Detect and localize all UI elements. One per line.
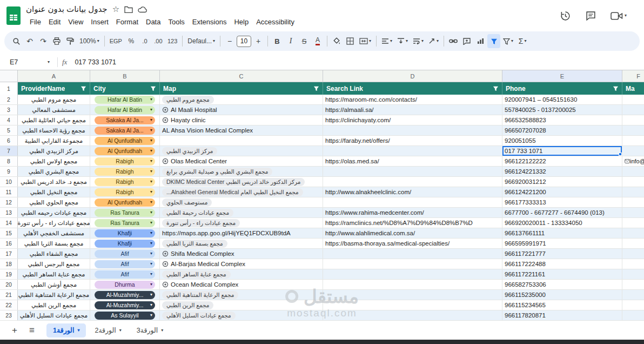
- decrease-font-size-button[interactable]: −: [223, 34, 236, 48]
- city-dropdown-chip[interactable]: Rabigh▾: [95, 178, 155, 186]
- column-header-E[interactable]: E: [502, 70, 622, 82]
- cell-search-link[interactable]: https://faraby.net/offers/: [323, 136, 502, 145]
- cell-mail[interactable]: [622, 218, 644, 228]
- cell-phone[interactable]: 966137661111: [502, 228, 622, 238]
- star-icon[interactable]: ☆: [112, 4, 119, 14]
- row-header-15[interactable]: 15: [0, 228, 18, 238]
- paint-format-button[interactable]: [64, 34, 77, 48]
- cell-search-link[interactable]: [323, 146, 502, 156]
- cell-mail[interactable]: [622, 280, 644, 289]
- cell-mail[interactable]: [622, 136, 644, 145]
- menu-view[interactable]: View: [64, 17, 87, 27]
- search-icon[interactable]: [10, 34, 23, 48]
- cell-mail[interactable]: [622, 167, 644, 176]
- cell-mail[interactable]: [622, 187, 644, 197]
- cell-map[interactable]: مجمع بسمة الثريا الطبي: [160, 239, 323, 248]
- cell-phone[interactable]: 966920020011 - 133334050: [502, 218, 622, 228]
- city-dropdown-chip[interactable]: Khafji▾: [95, 240, 155, 248]
- city-dropdown-chip[interactable]: Rabigh▾: [95, 188, 155, 196]
- cell-map[interactable]: AL Ahsa Vision Medical Complex: [160, 125, 323, 135]
- cell-mail[interactable]: [622, 146, 644, 156]
- sheet-tab-2[interactable]: الورقة2▾: [88, 323, 128, 338]
- cell-search-link[interactable]: http://www.alnakheelclinic.com/: [323, 187, 502, 197]
- cell-map[interactable]: مجمع الرعاية المتناهية الطبي: [160, 290, 323, 300]
- cell-map[interactable]: https://maps.app.goo.gl/HijYEQ1FDCXUB9td…: [160, 228, 323, 238]
- cell-phone[interactable]: 966117820871: [502, 310, 622, 320]
- currency-format-button[interactable]: EGP: [108, 34, 124, 48]
- cell-city[interactable]: Sakaka Al Ja...▾: [90, 125, 160, 135]
- city-dropdown-chip[interactable]: Al-Muzahmiy...▾: [95, 301, 155, 309]
- cell-city[interactable]: Al Qunfudhah▾: [90, 197, 160, 207]
- cell-provider-name[interactable]: مجمع البشري الطبي: [18, 167, 90, 176]
- sheets-logo-icon[interactable]: [6, 6, 21, 25]
- font-select[interactable]: Defaul...▾: [185, 34, 217, 48]
- cell-search-link[interactable]: [323, 167, 502, 176]
- text-wrap-button[interactable]: ▾: [411, 34, 426, 48]
- map-smart-chip[interactable]: مركز الدكتور خالد ادريس الطبي DKIMC Medi…: [162, 178, 305, 186]
- map-smart-chip[interactable]: مجمع عيادات راء - رأس تنورة: [162, 219, 240, 227]
- cell-city[interactable]: Dhurma▾: [90, 280, 160, 289]
- cell-city[interactable]: Al-Muzahmiy...▾: [90, 300, 160, 310]
- cell-map[interactable]: مجمع عناية الساهر الطبي: [160, 269, 323, 279]
- city-dropdown-chip[interactable]: Ras Tanura▾: [95, 219, 155, 227]
- borders-button[interactable]: [344, 34, 357, 48]
- cell-phone[interactable]: 557840025 - 0137200025: [502, 105, 622, 115]
- cell-phone[interactable]: 966124221200: [502, 187, 622, 197]
- map-smart-chip[interactable]: مجمع عناية الساهر الطبي: [162, 270, 231, 279]
- cell-phone[interactable]: 966115235000: [502, 290, 622, 300]
- cell-map[interactable]: [160, 136, 323, 145]
- cell-mail[interactable]: [622, 310, 644, 320]
- cell-search-link[interactable]: https://olas.med.sa/: [323, 156, 502, 166]
- row-header-2[interactable]: 2: [0, 95, 18, 104]
- cell-provider-name[interactable]: مجمع عيادات السليل الأهلي: [18, 310, 90, 320]
- cell-provider-name[interactable]: مستشفى المعالي: [18, 105, 90, 115]
- map-smart-chip[interactable]: مجمع مروم الطبي: [162, 96, 214, 104]
- all-sheets-button[interactable]: ≡: [25, 323, 39, 338]
- cell-provider-name[interactable]: مجمع بسمة الثريا الطبي: [18, 239, 90, 248]
- filter-icon[interactable]: [313, 85, 319, 91]
- cell-phone[interactable]: 966122122222: [502, 156, 622, 166]
- city-dropdown-chip[interactable]: As Sulayyil▾: [95, 312, 155, 320]
- map-smart-chip[interactable]: مجمع الرين الطبي: [162, 301, 213, 309]
- cell-mail[interactable]: [622, 125, 644, 135]
- row-header-21[interactable]: 21: [0, 290, 18, 300]
- column-header-A[interactable]: A: [18, 70, 90, 82]
- cell-map[interactable]: مجمع عيادات السليل الأهلي: [160, 310, 323, 320]
- cell-city[interactable]: Hafar Al Batin▾: [90, 95, 160, 104]
- cell-phone[interactable]: 966124221332: [502, 167, 622, 176]
- cell-city[interactable]: Rabigh▾: [90, 177, 160, 187]
- cell-map[interactable]: Al-Barjas Medical Complex: [160, 259, 323, 269]
- cell-provider-name[interactable]: مجمع أوشن الطبي: [18, 280, 90, 289]
- zoom-select[interactable]: 100%▾: [77, 34, 102, 48]
- column-header-C[interactable]: C: [160, 70, 323, 82]
- cell-search-link[interactable]: [323, 280, 502, 289]
- cell-provider-name[interactable]: مجمع د. خالد ادريس الطبي: [18, 177, 90, 187]
- merge-cells-button[interactable]: ▾: [357, 34, 373, 48]
- cell-provider-name[interactable]: مجمع الحلوي الطبي: [18, 197, 90, 207]
- menu-insert[interactable]: Insert: [87, 17, 112, 27]
- print-button[interactable]: [50, 34, 63, 48]
- cell-phone[interactable]: 966532588823: [502, 115, 622, 125]
- city-dropdown-chip[interactable]: Hafar Al Batin▾: [95, 96, 155, 104]
- percent-format-button[interactable]: %: [125, 34, 138, 48]
- cell-mail[interactable]: [622, 300, 644, 310]
- cell-provider-name[interactable]: مستشفى الخفجي الأهلي: [18, 228, 90, 238]
- map-smart-chip[interactable]: مجمع البشري الطبي و صيدلية البشري برابغ: [162, 168, 272, 176]
- row-header-11[interactable]: 11: [0, 187, 18, 197]
- cell-search-link[interactable]: http://www.alahlimedical.com.sa/: [323, 228, 502, 238]
- column-header-D[interactable]: D: [323, 70, 502, 82]
- cell-city[interactable]: Rabigh▾: [90, 156, 160, 166]
- cell-city[interactable]: Al Qunfudhah▾: [90, 146, 160, 156]
- cell-map[interactable]: مركز الدكتور خالد ادريس الطبي DKIMC Medi…: [160, 177, 323, 187]
- cell-provider-name[interactable]: مجمع الرعاية المتناهية الطبي: [18, 290, 90, 300]
- menu-format[interactable]: Format: [112, 17, 142, 27]
- cell-map[interactable]: مركز الزبيدي الطبي: [160, 146, 323, 156]
- row-header-13[interactable]: 13: [0, 208, 18, 217]
- cell-city[interactable]: Khafji▾: [90, 239, 160, 248]
- cell-provider-name[interactable]: مجمع اولاس الطبي: [18, 156, 90, 166]
- document-title[interactable]: جدول بيانات بدون عنوان: [26, 4, 108, 14]
- city-dropdown-chip[interactable]: Rabigh▾: [95, 157, 155, 166]
- cell-map[interactable]: مجمع النخيل الطبي العام Alnakheel Genera…: [160, 187, 323, 197]
- cell-search-link[interactable]: https://ramclinics.net/%D8%A7%D9%84%D8%B…: [323, 218, 502, 228]
- row-header-12[interactable]: 12: [0, 197, 18, 207]
